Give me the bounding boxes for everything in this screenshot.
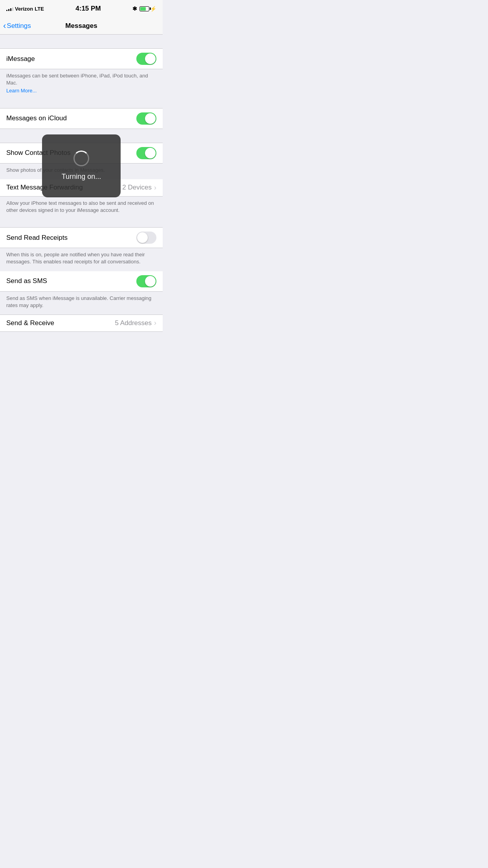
contact-photos-toggle[interactable] [136,147,156,159]
signal-bars [6,6,13,11]
messages-icloud-toggle-thumb [145,113,156,124]
imessage-section: iMessage iMessages can be sent between i… [0,48,163,100]
send-as-sms-row[interactable]: Send as SMS [0,271,163,292]
status-right: ✱ ⚡ [132,6,156,12]
send-as-sms-toggle-thumb [145,276,156,287]
text-forwarding-section: Text Message Forwarding 2 Devices › Allo… [0,179,163,219]
messages-icloud-row[interactable]: Messages on iCloud [0,108,163,129]
text-forwarding-chevron-icon: › [154,184,156,192]
contact-photos-toggle-thumb [145,148,156,158]
status-bar: Verizon LTE 4:15 PM ✱ ⚡ [0,0,163,17]
text-forwarding-row[interactable]: Text Message Forwarding 2 Devices › [0,179,163,197]
send-as-sms-toggle[interactable] [136,275,156,287]
text-forwarding-description: Allow your iPhone text messages to also … [0,197,163,219]
status-time: 4:15 PM [75,5,101,13]
read-receipts-description-text: When this is on, people are notified whe… [6,252,145,265]
send-receive-section: Send & Receive 5 Addresses › [0,314,163,332]
section-gap-3 [0,129,163,143]
send-receive-row[interactable]: Send & Receive 5 Addresses › [0,314,163,332]
text-forwarding-right: 2 Devices › [122,184,156,192]
messages-icloud-toggle[interactable] [136,112,156,125]
text-forwarding-description-text: Allow your iPhone text messages to also … [6,200,154,213]
send-receive-label: Send & Receive [6,319,54,327]
back-label: Settings [7,22,31,30]
charging-icon: ⚡ [150,6,156,12]
send-receive-right: 5 Addresses › [115,319,156,327]
battery-icon [139,6,149,11]
section-gap-1 [0,35,163,48]
signal-bar-4 [12,7,13,11]
imessage-row[interactable]: iMessage [0,48,163,69]
send-receive-value: 5 Addresses [115,319,152,327]
send-as-sms-section: Send as SMS Send as SMS when iMessage is… [0,271,163,314]
back-arrow-icon: ‹ [3,22,6,30]
read-receipts-section: Send Read Receipts When this is on, peop… [0,227,163,271]
signal-bar-2 [8,9,9,11]
send-receive-chevron-icon: › [154,319,156,327]
contact-photos-description: Show photos of your contacts in Messages… [0,164,163,179]
imessage-toggle-thumb [145,53,156,64]
signal-bar-3 [10,8,11,11]
contact-photos-row[interactable]: Show Contact Photos [0,143,163,164]
text-forwarding-label: Text Message Forwarding [6,184,83,191]
contact-photos-label: Show Contact Photos [6,149,70,157]
bluetooth-icon: ✱ [132,6,137,12]
send-as-sms-label: Send as SMS [6,277,47,285]
section-gap-2 [0,100,163,108]
contact-photos-description-text: Show photos of your contacts in Messages… [6,167,105,173]
page-title: Messages [65,22,97,30]
back-button[interactable]: ‹ Settings [3,22,31,30]
carrier-label: Verizon [15,6,33,12]
text-forwarding-value: 2 Devices [122,184,152,191]
read-receipts-row[interactable]: Send Read Receipts [0,227,163,248]
messages-icloud-section: Messages on iCloud [0,108,163,129]
battery-fill [140,7,146,11]
learn-more-link[interactable]: Learn More... [6,87,156,94]
section-gap-4 [0,219,163,227]
contact-photos-section: Show Contact Photos Show photos of your … [0,143,163,179]
battery-container: ⚡ [139,6,156,12]
imessage-description-text: iMessages can be sent between iPhone, iP… [6,73,148,86]
network-type-label: LTE [35,6,44,12]
signal-bar-1 [6,10,7,11]
send-as-sms-description-text: Send as SMS when iMessage is unavailable… [6,295,151,308]
read-receipts-toggle-thumb [137,232,148,243]
read-receipts-description: When this is on, people are notified whe… [0,248,163,271]
imessage-description: iMessages can be sent between iPhone, iP… [0,69,163,100]
settings-content: iMessage iMessages can be sent between i… [0,35,163,332]
messages-icloud-label: Messages on iCloud [6,114,67,122]
read-receipts-label: Send Read Receipts [6,234,68,242]
status-left: Verizon LTE [6,6,44,12]
read-receipts-toggle[interactable] [136,232,156,244]
imessage-toggle[interactable] [136,53,156,65]
nav-bar: ‹ Settings Messages [0,17,163,35]
send-as-sms-description: Send as SMS when iMessage is unavailable… [0,292,163,314]
imessage-label: iMessage [6,55,35,63]
